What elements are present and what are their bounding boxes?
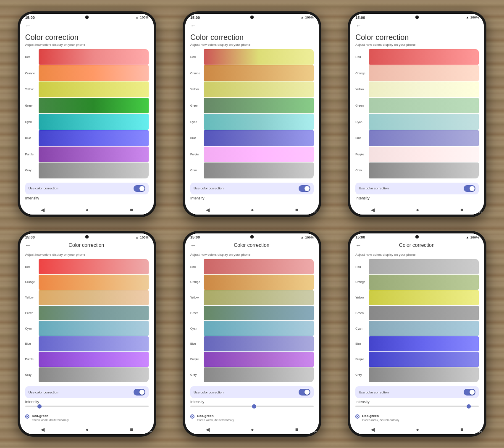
intensity-section-4[interactable]: Intensity (25, 400, 149, 409)
toggle-row-3[interactable]: Use color correction (355, 183, 479, 194)
nav-title-6: Color correction (399, 242, 435, 248)
phone-2: 15:00 ▲ 100% ← Color correction Adjust h… (183, 11, 321, 217)
radio-circle-4[interactable] (25, 414, 29, 419)
toggle-row-1[interactable]: Use color correction (25, 183, 149, 194)
phone-2-wrapper: 15:00 ▲ 100% ← Color correction Adjust h… (171, 6, 332, 222)
nav-recents-btn-1[interactable]: ■ (130, 207, 133, 213)
nav-home-btn-6[interactable]: ● (416, 427, 419, 432)
swatch-red-1: Red (25, 49, 149, 65)
battery-icon-2: 100% (305, 16, 314, 19)
nav-home-btn-2[interactable]: ● (251, 207, 254, 213)
camera-dot-2 (250, 16, 254, 19)
label-green-1: Green (25, 104, 39, 107)
nav-home-btn-4[interactable]: ● (86, 427, 89, 432)
nav-back-btn-5[interactable]: ◀ (206, 427, 210, 432)
page-subtitle-2: Adjust how colors display on your phone (190, 43, 314, 47)
nav-bar-4: ← Color correction (20, 240, 154, 250)
toggle-label-1: Use color correction (29, 186, 58, 190)
app-content-4: Adjust how colors display on your phone … (20, 250, 154, 424)
radio-label-5: Red-green (197, 414, 214, 418)
intensity-label-2: Intensity (190, 196, 314, 200)
swatch-yellow-1: Yellow (25, 81, 149, 97)
toggle-switch-6[interactable] (464, 389, 475, 396)
slider-thumb-4[interactable] (37, 404, 42, 409)
slider-thumb-6[interactable] (467, 404, 471, 409)
intensity-slider-4[interactable] (25, 406, 149, 407)
nav-back-btn-6[interactable]: ◀ (371, 427, 375, 432)
watermark-5: ANDROID AUTHORITY (286, 431, 317, 433)
nav-bar-5: ← Color correction (185, 240, 319, 250)
radio-option-6[interactable]: Red-green Green weak, deuteranomaly (355, 411, 479, 422)
nav-back-btn-4[interactable]: ◀ (41, 427, 45, 432)
radio-option-5[interactable]: Red-green Green weak, deuteranomaly (190, 411, 314, 422)
radio-circle-6[interactable] (355, 414, 360, 419)
swatch-orange-1: Orange (25, 65, 149, 81)
toggle-switch-3[interactable] (464, 185, 475, 192)
watermark-4: ANDROID AUTHORITY (121, 431, 152, 433)
back-arrow-5[interactable]: ← (190, 242, 196, 249)
nav-bar-3: ← (350, 21, 484, 31)
radio-sub-6: Green weak, deuteranomaly (362, 419, 399, 422)
bar-red-1 (39, 49, 149, 65)
back-arrow-3[interactable]: ← (355, 22, 361, 29)
toggle-switch-2[interactable] (299, 185, 310, 192)
page-title-3: Color correction (355, 33, 479, 42)
phone-grid: 15:00 ▲ 100% ← Color correction Adjust h… (0, 0, 504, 448)
intensity-section-5[interactable]: Intensity (190, 400, 314, 409)
phone-3-wrapper: 15:00 ▲ 100% ← Color correction Adjust h… (337, 6, 498, 222)
camera-dot-3 (415, 16, 419, 19)
radio-sub-5: Green weak, deuteranomaly (197, 419, 234, 422)
back-arrow-2[interactable]: ← (190, 22, 196, 29)
back-arrow-6[interactable]: ← (355, 242, 361, 249)
label-red-1: Red (25, 55, 39, 58)
phone-4-wrapper: 15:00 ▲ 100% ← Color correction Adjust h… (6, 226, 167, 442)
screen-4: 15:00 ▲ 100% ← Color correction Adjust h… (20, 233, 154, 434)
nav-home-btn-5[interactable]: ● (251, 427, 254, 432)
intensity-section-3: Intensity (355, 196, 479, 202)
toggle-row-2[interactable]: Use color correction (190, 183, 314, 194)
intensity-label-3: Intensity (355, 196, 479, 200)
intensity-slider-5[interactable] (190, 406, 314, 407)
back-arrow-4[interactable]: ← (25, 242, 31, 249)
radio-circle-5[interactable] (190, 414, 194, 419)
label-gray-1: Gray (25, 169, 39, 172)
bottom-nav-1: ◀ ● ■ (20, 204, 154, 215)
app-content-6: Adjust how colors display on your phone … (350, 250, 484, 424)
app-content-2: Color correction Adjust how colors displ… (185, 31, 319, 204)
battery-icon-1: 100% (140, 16, 148, 19)
intensity-slider-6[interactable] (355, 406, 479, 407)
wifi-icon-5: ▲ (301, 236, 304, 239)
page-subtitle-6: Adjust how colors display on your phone (355, 253, 479, 257)
intensity-section-2: Intensity (190, 196, 314, 202)
nav-bar-2: ← (185, 21, 319, 31)
nav-back-btn-1[interactable]: ◀ (41, 207, 45, 213)
nav-back-btn-2[interactable]: ◀ (206, 207, 210, 213)
phone-1-wrapper: 15:00 ▲ 100% ← Color correction Adjust h… (6, 6, 167, 222)
nav-home-btn-3[interactable]: ● (416, 207, 419, 213)
intensity-section-6[interactable]: Intensity (355, 400, 479, 409)
toggle-switch-1[interactable] (134, 185, 145, 192)
nav-home-btn-1[interactable]: ● (86, 207, 89, 213)
wifi-icon-4: ▲ (135, 236, 139, 239)
toggle-switch-4[interactable] (134, 389, 145, 396)
slider-thumb-5[interactable] (252, 404, 256, 409)
phone-5: 15:00 ▲ 100% ← Color correction Adjust h… (183, 231, 321, 437)
toggle-row-4[interactable]: Use color correction (25, 386, 149, 398)
toggle-switch-5[interactable] (299, 389, 310, 396)
radio-option-4[interactable]: Red-green Green weak, deuteranomaly (25, 411, 149, 422)
toggle-row-5[interactable]: Use color correction (190, 386, 314, 398)
back-arrow-1[interactable]: ← (25, 22, 31, 29)
background: 15:00 ▲ 100% ← Color correction Adjust h… (0, 0, 504, 448)
intensity-section-1: Intensity (25, 196, 149, 202)
nav-back-btn-3[interactable]: ◀ (371, 207, 375, 213)
screen-6: 15:00 ▲ 100% ← Color correction Adjust h… (350, 233, 484, 434)
toggle-label-4: Use color correction (29, 390, 58, 394)
toggle-label-5: Use color correction (194, 390, 223, 394)
bar-green-1 (39, 98, 149, 114)
toggle-row-6[interactable]: Use color correction (355, 386, 479, 398)
phone-3: 15:00 ▲ 100% ← Color correction Adjust h… (348, 11, 486, 217)
intensity-label-4: Intensity (25, 400, 149, 404)
camera-dot-6 (415, 235, 419, 238)
toggle-label-6: Use color correction (359, 390, 388, 394)
color-swatches-4: Red Orange Yellow Green Cyan Blue Purple… (25, 259, 149, 382)
